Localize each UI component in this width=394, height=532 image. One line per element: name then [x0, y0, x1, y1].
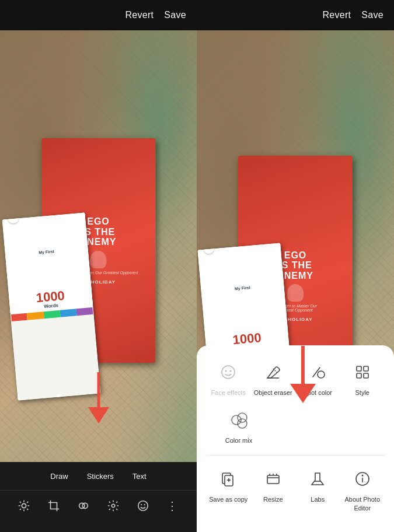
face-icon [137, 499, 149, 512]
face-effects-icon [215, 359, 241, 385]
labs-label: Labs [311, 495, 325, 503]
popup-row-1: Face effects Object eraser [206, 359, 385, 397]
right-book-title-line2: IS THE [278, 260, 312, 271]
popup-item-resize[interactable]: Resize [252, 466, 294, 512]
svg-line-6 [27, 509, 29, 510]
crop-icon [47, 499, 60, 512]
more-icon: ⋮ [166, 499, 179, 513]
popup-item-save-as-copy[interactable]: Save as copy [207, 466, 249, 512]
svg-point-12 [82, 503, 88, 508]
left-toolbar-icons: ⋮ [0, 490, 197, 520]
svg-rect-34 [267, 475, 279, 484]
svg-rect-23 [357, 366, 361, 371]
right-top-bar: Revert Save [197, 0, 394, 30]
save-as-copy-label: Save as copy [209, 495, 247, 503]
left-photo-area: EGO IS THE ENEMY The Fight to Master Our… [0, 30, 197, 462]
adjust-icon [107, 499, 120, 512]
svg-line-5 [20, 501, 21, 502]
spot-color-label: Spot color [303, 388, 332, 397]
spot-color-icon [305, 359, 330, 385]
popup-item-about[interactable]: About Photo Editor [341, 466, 383, 512]
svg-point-14 [138, 501, 148, 510]
more-icon-btn[interactable]: ⋮ [162, 495, 183, 516]
right-bust-shape [287, 284, 304, 302]
svg-point-16 [144, 504, 145, 505]
left-panel: Revert Save EGO IS THE ENEMY The Fight t… [0, 0, 197, 532]
popup-item-spot-color[interactable]: Spot color [297, 359, 339, 397]
left-book-small: − My First 1000 Words [2, 213, 100, 401]
popup-item-labs[interactable]: Labs [297, 466, 339, 512]
popup-item-object-eraser[interactable]: Object eraser [252, 359, 294, 397]
draw-tool[interactable]: Draw [50, 472, 68, 481]
svg-rect-25 [357, 373, 361, 378]
popup-item-style[interactable]: Style [341, 359, 383, 397]
adjust-icon-btn[interactable] [103, 495, 124, 516]
svg-point-2 [22, 503, 26, 508]
brightness-icon [18, 499, 30, 512]
right-book-small-top: My First [197, 243, 287, 334]
stickers-tool[interactable]: Stickers [87, 472, 114, 481]
right-photo-area: EGO IS THE ENEMY The Fight to Master Our… [197, 30, 394, 532]
popup-bottom-row: Save as copy Resize [206, 466, 385, 512]
left-book-title-line1: EGO [87, 216, 110, 227]
style-label: Style [355, 388, 369, 397]
popup-item-color-mix[interactable]: Color mix [218, 407, 260, 444]
face-effects-label: Face effects [211, 388, 246, 397]
svg-point-22 [318, 371, 325, 378]
filter-icon-btn[interactable] [73, 495, 94, 516]
svg-rect-24 [364, 366, 368, 371]
more-popup-menu: Face effects Object eraser [197, 345, 394, 532]
svg-point-13 [111, 504, 115, 508]
svg-point-39 [361, 475, 363, 477]
object-eraser-icon [260, 359, 286, 385]
resize-icon [260, 466, 286, 492]
left-top-bar: Revert Save [0, 0, 197, 30]
labs-icon [305, 466, 330, 492]
left-book-small-top-line: My First [37, 248, 56, 257]
object-eraser-label: Object eraser [254, 388, 292, 397]
resize-label: Resize [263, 495, 283, 503]
color-mix-icon [226, 407, 252, 433]
left-toolbar-tools: Draw Stickers Text [0, 462, 197, 490]
brightness-icon-btn[interactable] [13, 495, 34, 516]
popup-item-face-effects[interactable]: Face effects [207, 359, 249, 397]
text-tool[interactable]: Text [133, 472, 147, 481]
svg-line-10 [27, 501, 29, 502]
svg-point-17 [222, 366, 235, 379]
svg-line-21 [273, 369, 278, 373]
left-book-small-top: My First [2, 213, 91, 292]
right-panel: Revert Save EGO IS THE ENEMY The Fight t… [197, 0, 394, 532]
crop-icon-btn[interactable] [43, 495, 64, 516]
popup-row-2: Color mix [206, 407, 385, 444]
right-book-title-line1: EGO [284, 250, 307, 261]
handle-br[interactable] [97, 390, 100, 396]
handle-bm[interactable] [57, 394, 62, 399]
popup-divider [206, 455, 385, 456]
left-bottom-toolbar: Draw Stickers Text [0, 462, 197, 532]
svg-point-15 [141, 504, 142, 505]
save-as-copy-icon [215, 466, 241, 492]
svg-point-28 [238, 413, 247, 422]
filter-icon [77, 499, 90, 512]
left-bust-shape [90, 251, 106, 268]
left-book-title-line2: IS THE [82, 227, 116, 237]
svg-line-9 [20, 509, 21, 510]
style-icon [350, 359, 375, 385]
left-revert-button[interactable]: Revert [125, 10, 154, 20]
right-book-small-top-line: My First [233, 284, 252, 293]
svg-point-18 [225, 370, 227, 372]
about-icon [350, 466, 375, 492]
svg-point-19 [230, 370, 232, 372]
face-icon-btn[interactable] [133, 495, 154, 516]
left-photo-bg: EGO IS THE ENEMY The Fight to Master Our… [0, 30, 197, 462]
about-label: About Photo Editor [341, 495, 383, 512]
color-mix-label: Color mix [225, 436, 252, 444]
left-save-button[interactable]: Save [164, 10, 186, 20]
handle-bl[interactable] [16, 397, 21, 400]
svg-rect-26 [364, 373, 368, 378]
right-save-button[interactable]: Save [361, 10, 383, 20]
right-revert-button[interactable]: Revert [322, 10, 351, 20]
